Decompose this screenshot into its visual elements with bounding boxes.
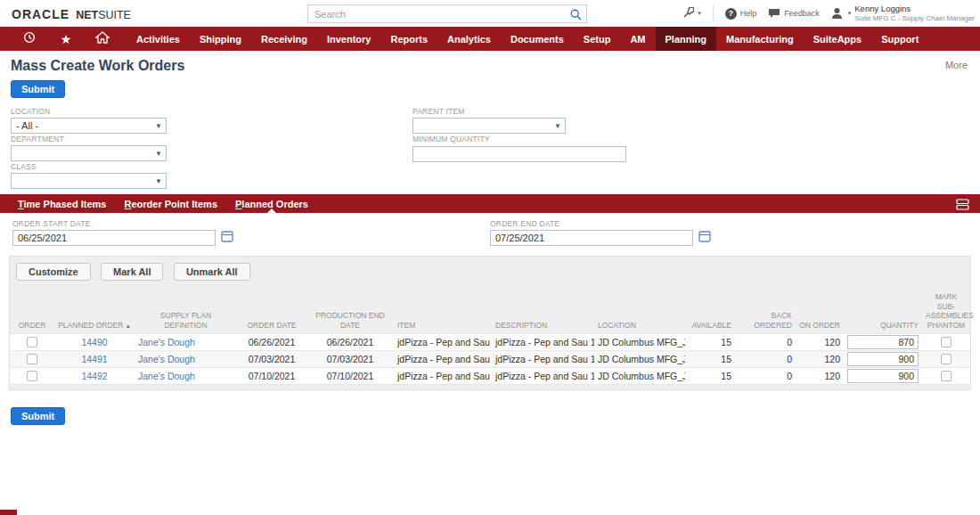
class-select[interactable]: ▼ [11, 173, 167, 189]
order-start-date-field: ORDER START DATE [12, 219, 244, 246]
location-select[interactable]: - All - ▼ [11, 118, 167, 134]
parent-item-select[interactable]: ▼ [412, 118, 566, 134]
phantom-checkbox[interactable] [941, 337, 951, 347]
tab-time-phased-items[interactable]: Time Phased Items [9, 194, 115, 213]
nav-item-reports[interactable]: Reports [380, 27, 437, 51]
department-field: DEPARTMENT ▼ [11, 135, 167, 161]
on-order-cell: 120 [796, 333, 844, 350]
production-end-date-cell: 07/10/2021 [306, 367, 394, 384]
recent-records-icon[interactable] [18, 31, 41, 47]
main-nav: ★ Activities Shipping Receiving Inventor… [0, 27, 980, 51]
nav-item-planning[interactable]: Planning [656, 27, 716, 51]
supply-plan-link[interactable]: Jane's Dough [138, 337, 195, 347]
row-select-checkbox[interactable] [27, 337, 37, 347]
chevron-down-icon: ▼ [155, 150, 162, 158]
row-select-checkbox[interactable] [27, 371, 37, 381]
order-end-date-field: ORDER END DATE [490, 219, 722, 246]
department-select[interactable]: ▼ [11, 145, 167, 161]
minimum-quantity-field: MINIMUM QUANTITY [412, 135, 626, 162]
global-search-input[interactable] [307, 4, 587, 23]
nav-item-inventory[interactable]: Inventory [317, 27, 381, 51]
supply-plan-link[interactable]: Jane's Dough [138, 371, 195, 381]
col-planned-order[interactable]: PLANNED ORDER▲ [54, 290, 135, 333]
row-select-checkbox[interactable] [27, 354, 37, 364]
mark-all-button[interactable]: Mark All [101, 263, 163, 281]
parent-item-label: PARENT ITEM [412, 107, 566, 116]
user-menu[interactable]: ▾ Kenny Loggins Suite MFG C - Supply Cha… [831, 4, 975, 23]
user-name: Kenny Loggins [854, 4, 975, 14]
production-end-date-cell: 07/03/2021 [306, 350, 394, 367]
location-cell: JD Columbus MFG_JDF [594, 350, 685, 367]
nav-item-support[interactable]: Support [871, 27, 928, 51]
help-icon: ? [725, 8, 737, 20]
nav-item-setup[interactable]: Setup [574, 27, 621, 51]
nav-item-am[interactable]: AM [620, 27, 655, 51]
top-header: ORACLENETSUITE ▾ ? Help Feedback [0, 0, 980, 27]
nav-item-activities[interactable]: Activities [127, 27, 190, 51]
submit-button-top[interactable]: Submit [11, 80, 65, 98]
footer-actions: Submit [0, 401, 980, 425]
nav-item-manufacturing[interactable]: Manufacturing [716, 27, 804, 51]
netsuite-logo-text-light: SUITE [98, 9, 131, 21]
search-icon[interactable] [570, 8, 582, 24]
planned-order-link[interactable]: 14490 [81, 337, 107, 347]
help-menu[interactable]: ? Help [725, 8, 757, 20]
page-title: Mass Create Work Orders [11, 58, 184, 73]
quick-menu[interactable]: ▾ [682, 7, 701, 20]
shortcuts-star-icon[interactable]: ★ [54, 32, 78, 46]
nav-item-receiving[interactable]: Receiving [251, 27, 317, 51]
nav-item-shipping[interactable]: Shipping [190, 27, 251, 51]
caret-down-icon: ▾ [848, 10, 852, 17]
nav-menu: Activities Shipping Receiving Inventory … [127, 27, 928, 51]
col-mark-subassemblies-phantom: MARK SUB-ASSEMBLIES PHANTOM [922, 290, 970, 333]
order-start-date-label: ORDER START DATE [12, 219, 244, 228]
planned-orders-table: ORDER PLANNED ORDER▲ SUPPLY PLAN DEFINIT… [10, 290, 970, 385]
order-start-date-input[interactable] [12, 230, 216, 246]
quantity-input[interactable] [847, 352, 919, 366]
nav-item-suiteapps[interactable]: SuiteApps [804, 27, 871, 51]
home-icon[interactable] [91, 31, 114, 47]
order-date-cell: 07/03/2021 [237, 350, 306, 367]
unmark-all-button[interactable]: Unmark All [174, 263, 250, 281]
col-production-end-date: PRODUCTION END DATE [306, 290, 394, 333]
chevron-down-icon: ▼ [155, 122, 162, 130]
feedback-label: Feedback [784, 9, 820, 18]
table-toolbar: Customize Mark All Unmark All [10, 257, 970, 282]
supply-plan-link[interactable]: Jane's Dough [138, 354, 195, 364]
col-order: ORDER [10, 290, 54, 333]
tab-reorder-point-items[interactable]: Reorder Point Items [115, 194, 226, 213]
quantity-input[interactable] [847, 369, 919, 383]
more-link[interactable]: More [945, 60, 968, 70]
feedback-menu[interactable]: Feedback [768, 8, 820, 19]
customize-button[interactable]: Customize [16, 263, 91, 281]
nav-item-analytics[interactable]: Analytics [437, 27, 501, 51]
available-cell: 15 [685, 333, 735, 350]
phantom-checkbox[interactable] [941, 371, 951, 381]
quantity-input[interactable] [847, 335, 919, 349]
tab-planned-orders[interactable]: Planned Orders [226, 194, 317, 213]
oracle-logo-text: ORACLE [12, 7, 69, 21]
netsuite-logo-text-bold: NET [76, 9, 98, 21]
location-label: LOCATION [11, 107, 167, 116]
order-date-cell: 07/10/2021 [237, 367, 306, 384]
col-on-order: ON ORDER [796, 290, 844, 333]
phantom-checkbox[interactable] [941, 354, 951, 364]
minimum-quantity-input[interactable] [412, 146, 626, 162]
calendar-icon[interactable] [221, 230, 233, 246]
location-cell: JD Columbus MFG_JDF [594, 367, 685, 384]
calendar-icon[interactable] [698, 230, 711, 246]
user-identity: Kenny Loggins Suite MFG C - Supply Chain… [854, 4, 975, 23]
order-end-date-input[interactable] [490, 230, 693, 246]
description-cell: jdPizza - Pep and Sau 12in [492, 367, 594, 384]
help-label: Help [740, 9, 757, 18]
planned-order-link[interactable]: 14491 [81, 354, 107, 364]
collapse-tabs-icon[interactable] [956, 198, 969, 214]
planned-orders-panel: Customize Mark All Unmark All ORDER PLAN… [9, 256, 971, 390]
location-cell: JD Columbus MFG_JDF [594, 333, 685, 350]
caret-down-icon: ▾ [698, 10, 701, 17]
planned-order-link[interactable]: 14492 [81, 371, 107, 381]
sort-ascending-icon: ▲ [125, 323, 130, 329]
global-search [307, 4, 587, 23]
nav-item-documents[interactable]: Documents [501, 27, 574, 51]
submit-button-bottom[interactable]: Submit [11, 407, 65, 425]
